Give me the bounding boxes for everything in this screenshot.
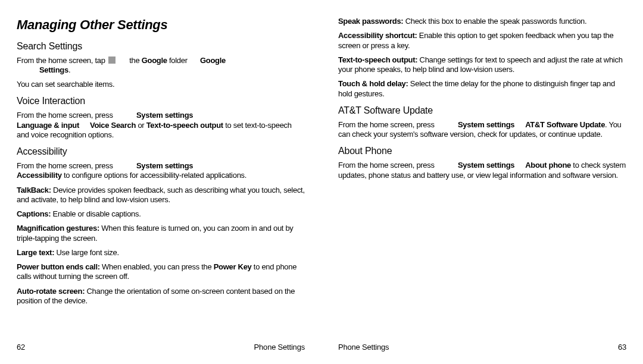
acc-magnification: Magnification gestures: When this featur… [17,224,305,243]
acc-power-button: Power button ends call: When enabled, yo… [17,262,305,282]
page-number-right: 63 [618,343,626,352]
acc-auto-rotate: Auto-rotate screen: Change the orientati… [17,287,305,306]
left-footer: 62 Phone Settings [17,343,305,352]
about-body: From the home screen, press System setti… [338,161,626,180]
search-line1: From the home screen, tap the Google fol… [17,56,305,76]
right-page: Speak passwords: Check this box to enabl… [322,0,643,364]
heading-about-phone: About Phone [338,145,626,157]
right-content: Speak passwords: Check this box to enabl… [338,17,626,343]
voice-p1: From the home screen, press System setti… [17,111,305,140]
right-footer: Phone Settings 63 [338,343,626,352]
heading-att-update: AT&T Software Update [338,105,626,117]
heading-search-settings: Search Settings [17,40,305,52]
left-content: Managing Other Settings Search Settings … [17,17,305,343]
footer-label-right: Phone Settings [338,343,389,352]
acc-large-text: Large text: Use large font size. [17,248,305,258]
heading-accessibility: Accessibility [17,146,305,158]
att-body: From the home screen, press System setti… [338,120,626,140]
heading-voice-interaction: Voice Interaction [17,95,305,107]
apps-grid-icon [108,57,116,64]
acc-intro: From the home screen, press System setti… [17,161,305,181]
acc-tts: Text-to-speech output: Change settings f… [338,55,626,75]
acc-talkback: TalkBack: Device provides spoken feedbac… [17,186,305,205]
search-line2: You can set searchable items. [17,80,305,89]
page-number-left: 62 [17,343,25,352]
footer-label-left: Phone Settings [254,343,305,352]
acc-shortcut: Accessibility shortcut: Enable this opti… [338,31,626,51]
left-page: Managing Other Settings Search Settings … [0,0,322,364]
acc-touch-hold: Touch & hold delay: Select the time dela… [338,79,626,99]
acc-captions: Captions: Enable or disable captions. [17,209,305,219]
acc-speak-passwords: Speak passwords: Check this box to enabl… [338,17,626,26]
page-title: Managing Other Settings [17,17,305,33]
